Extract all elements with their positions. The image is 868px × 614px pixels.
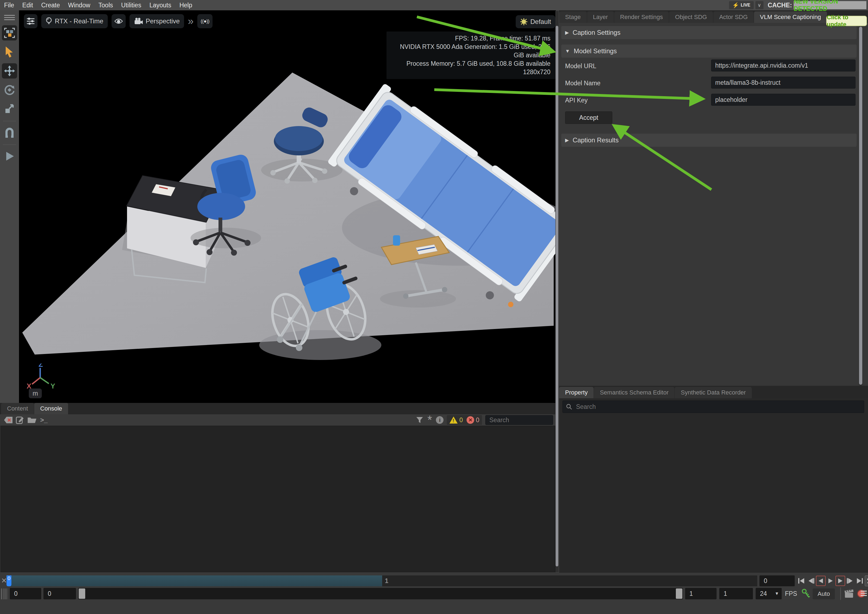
model-name-input[interactable] [711,77,856,89]
menu-edit[interactable]: Edit [18,2,37,9]
timeline-menu-icon[interactable]: ≡ [860,586,868,600]
play-forward-icon [828,578,834,584]
menu-tools[interactable]: Tools [95,2,117,9]
model-settings-section[interactable]: ▼ Model Settings [561,45,857,58]
click-to-update-badge[interactable]: Click to update [826,16,867,26]
live-button[interactable]: ⚡ LIVE [729,1,754,9]
cache-status-bar[interactable]: NEW VERSION DETECTED [794,1,866,9]
menu-help[interactable]: Help [175,2,196,9]
property-search-box[interactable] [563,401,864,413]
tab-stage[interactable]: Stage [559,11,587,23]
tab-render-settings[interactable]: Render Settings [614,11,669,23]
tab-content[interactable]: Content [1,403,34,414]
skip-to-end-button[interactable] [855,576,865,586]
range-end-frame-field[interactable]: 1 [719,588,753,599]
select-tool-button[interactable] [2,44,17,59]
tab-actor-sdg[interactable]: Actor SDG [713,11,754,23]
auto-mode-button[interactable]: Auto [813,588,835,599]
tab-semantics-label: Semantics Schema Editor [600,389,668,396]
collapsed-arrow-icon: ▶ [565,30,569,36]
caption-results-section[interactable]: ▶ Caption Results [561,134,857,147]
zoom-scrollbar-right-handle[interactable] [676,588,682,599]
capture-button[interactable] [843,588,854,600]
terminal-prompt-icon[interactable]: >_ [40,416,48,424]
viewport-column-scrollbar[interactable] [555,11,559,572]
viewport-3d[interactable]: RTX - Real-Time Perspective » ((●)) [19,10,556,403]
open-log-folder-button[interactable] [25,415,38,424]
property-search-input[interactable] [575,403,861,411]
selection-mode-button[interactable] [2,25,17,40]
menu-file[interactable]: File [0,2,18,9]
play-icon [4,151,15,162]
live-dropdown-button[interactable]: ∨ [755,1,764,9]
current-frame-field[interactable]: 0 [760,575,795,586]
camera-selector-button[interactable]: Perspective [129,14,184,28]
tab-object-sdg[interactable]: Object SDG [669,11,713,23]
toolbar-grip[interactable] [4,14,15,22]
loop-toggle-button[interactable] [865,575,868,586]
tab-vlm-label: VLM Scene Captioning [760,14,821,21]
timeline-active-range[interactable] [6,575,382,586]
error-filter-button[interactable]: ✕ 0 [467,416,479,424]
tab-property[interactable]: Property [559,387,594,398]
range-start-frame-field[interactable]: 0 [43,588,76,599]
tab-semantics-schema-editor[interactable]: Semantics Schema Editor [594,387,675,398]
console-output[interactable] [0,426,555,572]
previous-frame-button[interactable] [806,576,816,586]
play-reverse-button[interactable] [816,576,826,586]
play-forward-button[interactable] [826,576,835,586]
sun-icon [520,18,528,26]
tab-vlm-scene-captioning[interactable]: VLM Scene Captioning [754,11,827,23]
timeline-close-icon[interactable]: ✕ [1,577,7,585]
range-end-field[interactable]: 1 [685,588,716,599]
viewport-profile-button[interactable]: Default [516,15,555,28]
range-start-value: 0 [14,590,18,597]
visibility-button[interactable] [112,14,126,28]
property-tab-bar: Property Semantics Schema Editor Synthet… [559,386,868,398]
audio-button[interactable]: ((●)) [197,14,212,28]
accept-button[interactable]: Accept [565,111,612,124]
snap-tool-button[interactable] [2,125,17,140]
console-search-input[interactable] [489,416,550,424]
console-search-box[interactable] [485,415,553,425]
viewport-options-button[interactable] [24,14,37,28]
menu-window[interactable]: Window [64,2,95,9]
play-reverse-icon [818,578,824,584]
toolbar-flyout-icon[interactable]: » [188,14,194,28]
renderer-selector-button[interactable]: RTX - Real-Time [41,14,108,28]
skip-to-start-button[interactable] [796,576,806,586]
unit-button[interactable]: m [29,389,42,398]
play-next-button[interactable] [835,576,845,586]
rotate-tool-button[interactable] [2,82,17,98]
play-button[interactable] [2,149,17,164]
verbose-filter-icon[interactable]: * [425,416,434,424]
tab-console[interactable]: Console [34,403,68,414]
right-panel: Stage Layer Render Settings Object SDG A… [559,10,868,573]
zoom-scrollbar-left-handle[interactable] [79,588,85,599]
clear-console-button[interactable] [3,415,14,424]
menu-create[interactable]: Create [37,2,64,9]
next-frame-button[interactable] [845,576,855,586]
caption-settings-section[interactable]: ▶ Caption Settings [561,26,857,39]
model-url-input[interactable] [711,59,856,72]
edit-log-button[interactable] [14,415,25,424]
timeline-grip[interactable] [1,588,7,599]
expanded-arrow-icon: ▼ [565,48,570,54]
timeline-zoom-scrollbar[interactable] [78,588,683,599]
move-tool-button[interactable] [2,63,17,79]
range-start-field[interactable]: 0 [10,588,41,599]
api-key-input[interactable] [711,94,856,106]
menu-utilities[interactable]: Utilities [117,2,145,9]
scale-tool-button[interactable] [2,101,17,117]
timeline-track[interactable]: 0 1 [6,575,757,586]
tab-layer[interactable]: Layer [587,11,614,23]
menu-layouts[interactable]: Layouts [145,2,175,9]
right-panel-scrollbar[interactable] [859,26,863,386]
warning-filter-button[interactable]: ! 0 [450,417,463,424]
auto-key-button[interactable] [801,588,810,600]
filter-button[interactable] [414,415,425,424]
timeline-playhead[interactable]: 0 [6,575,11,586]
tab-synthetic-data-recorder[interactable]: Synthetic Data Recorder [675,387,752,398]
fps-dropdown[interactable]: 24 ▼ [756,588,782,599]
info-filter-button[interactable]: i [434,415,445,424]
